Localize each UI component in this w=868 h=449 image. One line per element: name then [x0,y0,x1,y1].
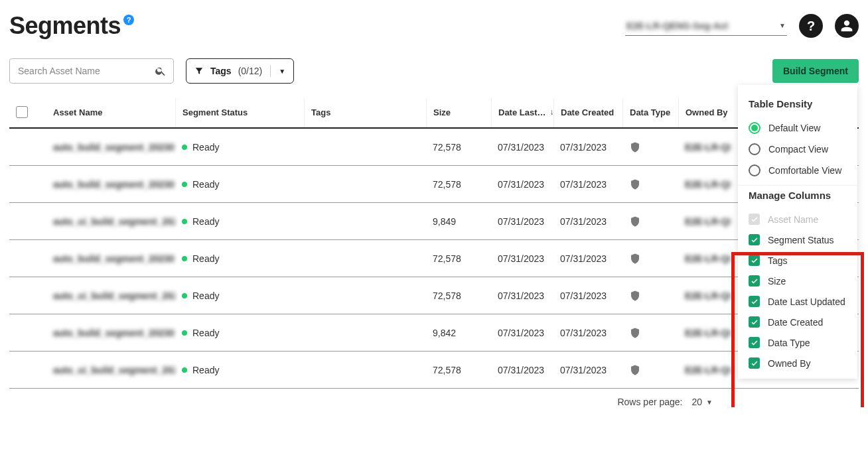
asset-name: auto_build_segment_20230… [46,142,175,153]
segment-status: Ready [175,179,304,190]
page-title: Segments [9,12,121,40]
shield-icon [629,326,641,340]
date-updated-cell: 07/31/2023 [491,142,553,153]
table-row[interactable]: auto_build_segment_20230… Ready 72,578 0… [9,129,859,166]
help-icon[interactable]: ? [123,15,134,25]
col-data-type[interactable]: Data Type [622,98,678,127]
checkbox-checked-icon [749,296,760,307]
divider [738,185,857,186]
shield-icon [629,363,641,377]
checkbox-checked-icon [749,357,760,369]
segment-status: Ready [175,290,304,301]
status-dot-icon [182,256,187,261]
account-name: E2E-LR-QENG-Seg-Act [626,21,728,31]
density-comfortable[interactable]: Comfortable View [749,160,847,181]
col-toggle-asset-name: Asset Name [749,209,847,229]
status-dot-icon [182,219,187,224]
table-header: Asset Name Segment Status Tags Size Date… [9,98,859,129]
page-header: Segments ? E2E-LR-QENG-Seg-Act ▼ ? [9,12,859,40]
col-checkbox [9,98,46,127]
table-row[interactable]: auto_build_segment_20230… Ready 72,578 0… [9,240,859,277]
table-density-title: Table Density [749,98,847,109]
status-dot-icon [182,330,187,336]
shield-icon [629,289,641,302]
col-toggle-owned-by[interactable]: Owned By [749,353,847,373]
tags-label: Tags [210,66,232,76]
table-row[interactable]: auto_build_segment_20230… Ready 72,578 0… [9,166,859,203]
asset-name: auto_build_segment_20230… [46,328,175,338]
density-compact[interactable]: Compact View [749,139,847,160]
table-row[interactable]: auto_build_segment_20230… Ready 9,842 07… [9,314,859,352]
checkbox-checked-icon [749,337,760,348]
status-dot-icon [182,293,187,298]
col-date-created[interactable]: Date Created [553,98,622,127]
col-toggle-tags[interactable]: Tags [749,250,847,271]
tags-filter[interactable]: Tags (0/12) ▼ [186,58,294,84]
table-settings-panel: Table Density Default View Compact View … [738,85,857,379]
status-dot-icon [182,367,187,373]
table-row[interactable]: auto_ui_build_segment_2023… Ready 72,578… [9,352,859,389]
asset-name: auto_ui_build_segment_2023… [46,290,175,301]
col-toggle-date-created[interactable]: Date Created [749,312,847,332]
help-button[interactable]: ? [799,14,823,38]
density-default[interactable]: Default View [749,117,847,139]
data-type-cell [622,141,678,154]
date-created-cell: 07/31/2023 [553,142,622,153]
segment-status: Ready [175,328,304,338]
col-date-last-updated[interactable]: Date Last… ↓ [491,98,553,127]
manage-columns-title: Manage Columns [749,190,847,201]
checkbox-checked-icon [749,234,760,245]
shield-icon [629,215,641,228]
table-row[interactable]: auto_ui_build_segment_2023… Ready 72,578… [9,277,859,314]
tags-count: (0/12) [238,66,263,76]
shield-icon [629,252,641,265]
col-size[interactable]: Size [426,98,491,127]
col-toggle-date-last-updated[interactable]: Date Last Updated [749,291,847,312]
owned-by-cell: E2E-LR-QEN… [678,142,730,153]
chevron-down-icon: ▼ [779,22,786,29]
segment-status: Ready [175,142,304,153]
radio-icon [749,122,760,134]
chevron-down-icon: ▼ [279,68,285,75]
person-icon [840,19,853,32]
shield-icon [629,178,641,191]
build-segment-button[interactable]: Build Segment [772,59,859,83]
search-icon [155,65,167,77]
segment-status: Ready [175,216,304,227]
checkbox-checked-icon [749,316,760,328]
segment-status: Ready [175,365,304,375]
col-owned-by[interactable]: Owned By [678,98,730,127]
col-toggle-data-type[interactable]: Data Type [749,332,847,353]
search-box[interactable] [9,58,174,84]
col-segment-status[interactable]: Segment Status [175,98,304,127]
shield-icon [629,141,641,154]
asset-name: auto_ui_build_segment_2023… [46,365,175,375]
select-all-checkbox[interactable] [16,106,28,118]
chevron-down-icon: ▼ [706,399,713,406]
divider [270,65,271,77]
col-tags[interactable]: Tags [304,98,426,127]
col-toggle-segment-status[interactable]: Segment Status [749,229,847,250]
asset-name: auto_build_segment_20230… [46,179,175,190]
radio-icon [749,143,760,155]
rows-per-page-label: Rows per page: [617,397,682,407]
account-selector[interactable]: E2E-LR-QENG-Seg-Act ▼ [625,17,787,36]
filter-icon [194,66,204,76]
rows-per-page-select[interactable]: 20 ▼ [692,397,713,407]
table-row[interactable]: auto_ui_build_segment_2023… Ready 9,849 … [9,203,859,240]
profile-button[interactable] [835,14,859,38]
status-dot-icon [182,182,187,187]
col-toggle-size[interactable]: Size [749,271,847,291]
col-asset-name[interactable]: Asset Name [46,98,175,127]
search-input[interactable] [17,65,155,77]
asset-name: auto_ui_build_segment_2023… [46,216,175,227]
asset-name: auto_build_segment_20230… [46,253,175,264]
checkbox-checked-icon [749,255,760,266]
pagination: Rows per page: 20 ▼ [9,389,859,407]
status-dot-icon [182,145,187,150]
checkbox-checked-icon [749,275,760,287]
segment-status: Ready [175,253,304,264]
radio-icon [749,164,760,176]
segments-table: Asset Name Segment Status Tags Size Date… [9,98,859,389]
question-icon: ? [807,19,815,34]
